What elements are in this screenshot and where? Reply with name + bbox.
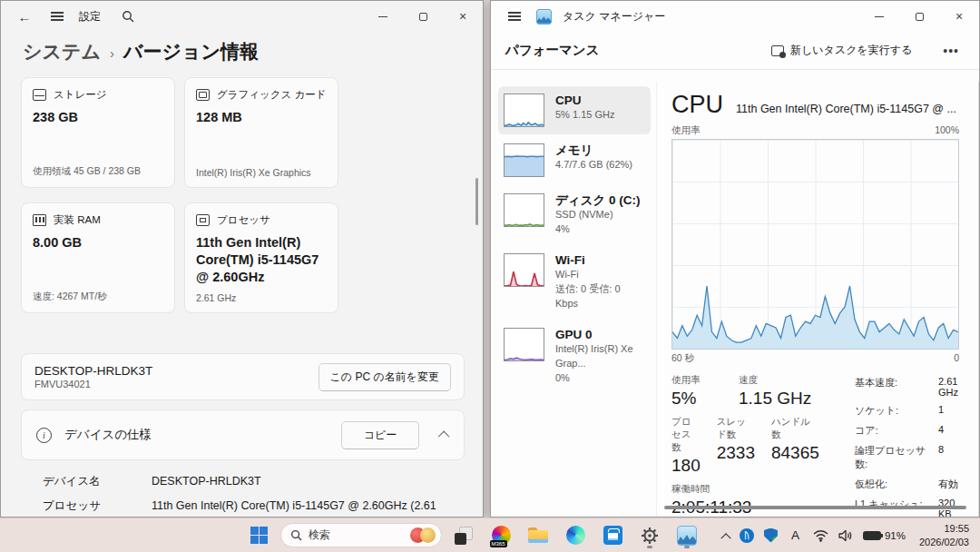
- sidebar-item-memory[interactable]: メモリ 4.7/7.6 GB (62%): [498, 136, 651, 184]
- settings-scrollbar[interactable]: [475, 178, 478, 225]
- sidebar-item-cpu[interactable]: CPU 5% 1.15 GHz: [498, 86, 651, 134]
- spec-label: デバイス名: [43, 473, 152, 489]
- stat-label: ハンドル数: [771, 416, 819, 441]
- taskbar-search-box[interactable]: 検索: [280, 523, 442, 547]
- stat-label: 稼働時間: [671, 483, 751, 496]
- file-explorer-button[interactable]: [523, 522, 554, 549]
- sidebar-item-detail: Intel(R) Iris(R) Xe Grap...: [555, 342, 645, 371]
- search-icon: [290, 529, 302, 541]
- tm-horizontal-scrollbar[interactable]: [664, 506, 966, 509]
- cpu-usage-chart[interactable]: [671, 139, 959, 350]
- device-name-bar: DESKTOP-HRLDK3T FMVU34021 この PC の名前を変更: [21, 353, 465, 400]
- stat-label: 仮想化:: [855, 478, 938, 491]
- microsoft-store-button[interactable]: [597, 522, 628, 549]
- device-spec-rows: デバイス名 DESKTOP-HRLDK3T プロセッサ 11th Gen Int…: [43, 473, 469, 518]
- breadcrumb: システム › バージョン情報: [1, 32, 483, 64]
- card-label: 実装 RAM: [54, 213, 101, 227]
- copy-button[interactable]: コピー: [341, 421, 419, 449]
- stat-value: 1: [938, 404, 944, 418]
- more-options-button[interactable]: •••: [936, 40, 966, 62]
- device-spec-expander[interactable]: i デバイスの仕様 コピー: [21, 409, 465, 460]
- sidebar-item-disk0[interactable]: ディスク 0 (C:) SSD (NVMe) 4%: [498, 186, 651, 244]
- settings-search-button[interactable]: [113, 4, 142, 29]
- minimize-icon: [378, 16, 387, 17]
- microsoft-store-icon: [603, 526, 622, 545]
- card-footer: 使用領域 45 GB / 238 GB: [33, 165, 167, 178]
- close-button[interactable]: ×: [939, 1, 979, 32]
- start-button[interactable]: [243, 522, 274, 549]
- stat-speed: 速度 1.15 GHz: [739, 374, 811, 409]
- tray-overflow-button[interactable]: [719, 528, 733, 543]
- ime-mode-button[interactable]: A: [784, 525, 807, 546]
- sidebar-item-detail: 5% 1.15 GHz: [555, 108, 614, 123]
- card-footer: 2.61 GHz: [196, 292, 330, 303]
- cpu-panel-title: CPU: [671, 91, 723, 119]
- file-explorer-icon: [528, 527, 548, 543]
- settings-window-controls: ×: [363, 1, 483, 32]
- card-footer: 速度: 4267 MT/秒: [33, 291, 167, 303]
- ram-card[interactable]: 実装 RAM 8.00 GB 速度: 4267 MT/秒: [21, 202, 175, 313]
- stat-value: 5%: [671, 389, 722, 409]
- tm-panel-divider: [978, 82, 979, 517]
- settings-taskbar-button[interactable]: [634, 522, 665, 549]
- ime-indicator: A: [788, 528, 803, 542]
- volume-button[interactable]: [835, 526, 857, 546]
- settings-nav-menu-button[interactable]: [43, 4, 72, 29]
- stat-label: 使用率: [671, 374, 722, 387]
- task-view-icon: [455, 527, 473, 545]
- security-button[interactable]: [760, 525, 781, 547]
- stat-value: 8: [938, 444, 944, 471]
- task-manager-taskbar-button[interactable]: [671, 522, 702, 549]
- chevron-up-icon: [720, 533, 730, 543]
- card-value: 238 GB: [33, 109, 163, 126]
- sidebar-item-title: GPU 0: [555, 328, 645, 342]
- storage-card[interactable]: ストレージ 238 GB 使用領域 45 GB / 238 GB: [21, 77, 175, 188]
- wifi-button[interactable]: [809, 526, 832, 546]
- sidebar-item-title: メモリ: [555, 143, 632, 158]
- stat-value: 1.15 GHz: [739, 389, 811, 409]
- sidebar-item-wifi[interactable]: Wi-Fi Wi-Fi 送信: 0 受信: 0 Kbps: [498, 246, 651, 319]
- shield-icon: [764, 528, 778, 543]
- tm-nav-menu-button[interactable]: [500, 4, 529, 29]
- task-view-button[interactable]: [448, 522, 479, 549]
- device-model: FMVU34021: [34, 379, 152, 389]
- chevron-up-icon[interactable]: [438, 430, 450, 442]
- tm-window-controls: ×: [859, 1, 979, 32]
- minimize-button[interactable]: [859, 1, 899, 32]
- copilot-button[interactable]: M365: [485, 522, 516, 549]
- close-button[interactable]: ×: [443, 1, 483, 32]
- rename-pc-button[interactable]: この PC の名前を変更: [318, 363, 451, 391]
- tm-page-title: パフォーマンス: [505, 42, 600, 59]
- graphics-card-card[interactable]: グラフィックス カード 128 MB Intel(R) Iris(R) Xe G…: [184, 77, 338, 188]
- maximize-button[interactable]: [899, 1, 939, 32]
- run-new-task-icon: [771, 45, 784, 56]
- minimize-button[interactable]: [363, 1, 403, 32]
- stat-label: ソケット:: [855, 404, 938, 418]
- maximize-button[interactable]: [403, 1, 443, 32]
- search-highlight-icon[interactable]: [410, 527, 436, 543]
- processor-card[interactable]: プロセッサ 11th Gen Intel(R) Core(TM) i5-1145…: [184, 202, 338, 313]
- run-new-task-button[interactable]: 新しいタスクを実行する: [764, 37, 919, 64]
- clock[interactable]: 19:55 2026/02/03: [912, 522, 975, 549]
- clock-date: 2026/02/03: [919, 536, 969, 549]
- minimize-icon: [875, 16, 884, 17]
- spec-row-device-name: デバイス名 DESKTOP-HRLDK3T: [43, 473, 469, 489]
- graph-x-left-label: 60 秒: [671, 352, 694, 365]
- bluetooth-icon: ᚢ: [740, 528, 754, 543]
- ram-icon: [33, 214, 46, 226]
- card-label: グラフィックス カード: [217, 88, 327, 102]
- stat-value: 4: [938, 424, 944, 438]
- card-value: 8.00 GB: [33, 234, 163, 251]
- card-value: 11th Gen Intel(R) Core(TM) i5-1145G7 @ 2…: [196, 234, 327, 286]
- back-button[interactable]: ←: [10, 4, 39, 29]
- bluetooth-button[interactable]: ᚢ: [736, 525, 758, 547]
- card-label: ストレージ: [54, 88, 107, 102]
- sidebar-item-detail: 0%: [555, 371, 645, 386]
- breadcrumb-system[interactable]: システム: [23, 39, 101, 64]
- maximize-icon: [916, 13, 924, 21]
- cpu-panel-subtitle: 11th Gen Intel(R) Core(TM) i5-1145G7 @ .…: [736, 103, 956, 115]
- edge-button[interactable]: [560, 522, 591, 549]
- search-placeholder: 検索: [309, 527, 404, 543]
- sidebar-item-gpu0[interactable]: GPU 0 Intel(R) Iris(R) Xe Grap... 0%: [498, 320, 651, 393]
- battery-indicator[interactable]: 91%: [859, 530, 909, 541]
